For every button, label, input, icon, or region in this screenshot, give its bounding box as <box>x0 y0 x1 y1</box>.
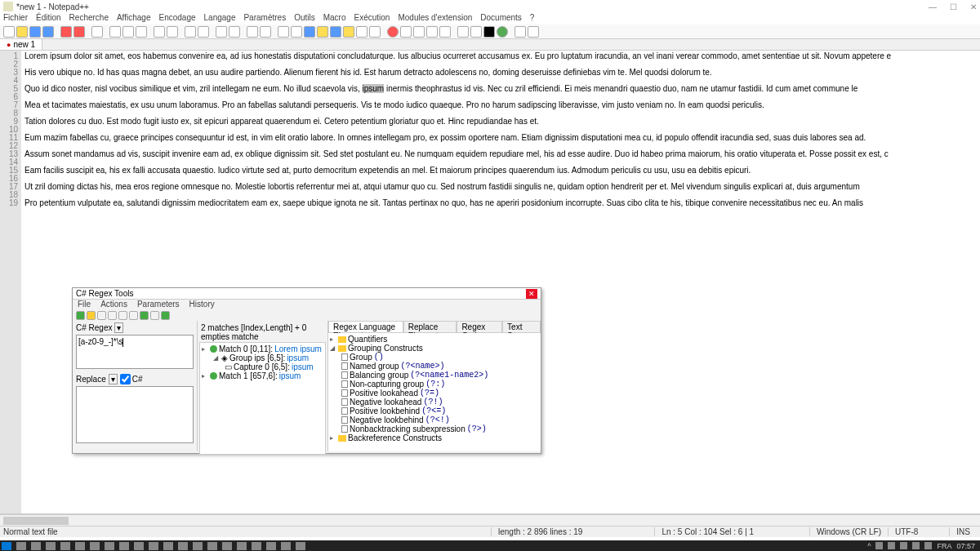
play-icon[interactable] <box>413 26 425 38</box>
menu-fichier[interactable]: Fichier <box>3 13 28 24</box>
search-icon[interactable] <box>185 26 196 38</box>
plugin6-icon[interactable] <box>528 26 539 38</box>
maximize-button[interactable]: ☐ <box>950 2 957 11</box>
doc-map-icon[interactable] <box>356 26 368 38</box>
menu-execution[interactable]: Exécution <box>354 13 390 24</box>
close-button[interactable]: ✕ <box>970 2 977 11</box>
close-file-icon[interactable] <box>60 26 72 38</box>
stop-icon[interactable] <box>400 26 412 38</box>
tray-language[interactable]: FRA <box>937 542 951 550</box>
run-icon[interactable] <box>76 311 85 320</box>
open-file-icon[interactable] <box>16 26 28 38</box>
horizontal-scrollbar[interactable] <box>0 514 980 526</box>
dlg-menu-parameters[interactable]: Parameters <box>137 300 180 309</box>
tray-icon[interactable] <box>900 542 907 549</box>
task-icon[interactable] <box>163 542 173 550</box>
task-icon[interactable] <box>134 542 144 550</box>
copy-icon[interactable] <box>122 26 134 38</box>
refresh-icon[interactable] <box>87 311 96 320</box>
plugin5-icon[interactable] <box>514 26 526 38</box>
save-icon[interactable] <box>118 311 127 320</box>
tray-icon[interactable] <box>924 542 932 549</box>
cs-checkbox[interactable] <box>120 374 131 384</box>
show-symbol-icon[interactable] <box>260 26 271 38</box>
forward-icon[interactable] <box>140 311 149 320</box>
matches-tree[interactable]: ▸Match 0 [0,11]: Lorem ipsum ◢◈Group ips… <box>199 342 326 455</box>
plugin2-icon[interactable] <box>470 26 482 38</box>
indent-icon[interactable] <box>278 26 289 38</box>
menu-parametres[interactable]: Paramètres <box>243 13 286 24</box>
minimize-button[interactable]: — <box>929 2 937 11</box>
paste-icon[interactable] <box>108 311 117 320</box>
task-icon[interactable] <box>105 542 114 550</box>
tray-icon[interactable] <box>875 542 883 549</box>
plugin1-icon[interactable] <box>457 26 469 38</box>
play-multi-icon[interactable] <box>426 26 438 38</box>
task-icon[interactable] <box>119 542 129 550</box>
regex-textbox[interactable]: [a-z0-9_-]*\s <box>76 335 194 369</box>
task-icon[interactable] <box>16 542 26 550</box>
language-tree[interactable]: ▸Quantifiers ◢Grouping Constructs Group … <box>328 333 541 451</box>
uncomment-icon[interactable] <box>317 26 328 38</box>
plugin3-icon[interactable] <box>483 26 495 38</box>
task-icon[interactable] <box>149 542 158 550</box>
tab-replace-elements[interactable]: Replace Elements <box>403 321 457 332</box>
tab-text-source[interactable]: Text Source <box>502 321 541 332</box>
tab-new1[interactable]: ● new 1 <box>0 39 42 50</box>
menu-recherche[interactable]: Recherche <box>69 13 109 24</box>
tray-icon[interactable] <box>888 542 895 549</box>
folder-icon[interactable] <box>343 26 354 38</box>
menu-macro[interactable]: Macro <box>323 13 346 24</box>
task-icon[interactable] <box>252 542 261 550</box>
menu-langage[interactable]: Langage <box>204 13 236 24</box>
start-button[interactable] <box>2 542 11 550</box>
save-icon[interactable] <box>29 26 41 38</box>
task-icon[interactable] <box>296 542 305 550</box>
menu-outils[interactable]: Outils <box>294 13 315 24</box>
task-icon[interactable] <box>237 542 247 550</box>
undo-icon[interactable] <box>154 26 165 38</box>
replace-icon[interactable] <box>198 26 209 38</box>
outdent-icon[interactable] <box>291 26 302 38</box>
menu-encodage[interactable]: Encodage <box>158 13 195 24</box>
wordwrap-icon[interactable] <box>247 26 258 38</box>
new-file-icon[interactable] <box>3 26 15 38</box>
tab-language-elements[interactable]: Regex Language Elements <box>328 321 403 332</box>
task-icon[interactable] <box>193 542 203 550</box>
task-icon[interactable] <box>281 542 291 550</box>
copy-icon[interactable] <box>97 311 106 320</box>
task-icon[interactable] <box>178 542 188 550</box>
redo-icon[interactable] <box>167 26 178 38</box>
close-all-icon[interactable] <box>74 26 85 38</box>
menu-affichage[interactable]: Affichage <box>117 13 151 24</box>
tab-regex-options[interactable]: Regex Options <box>457 321 502 332</box>
task-icon[interactable] <box>75 542 85 550</box>
task-icon[interactable] <box>60 542 70 550</box>
save-macro-icon[interactable] <box>439 26 451 38</box>
tray-up-icon[interactable]: ^ <box>867 542 871 550</box>
cut-icon[interactable] <box>109 26 121 38</box>
task-icon[interactable] <box>222 542 232 550</box>
replace-textbox[interactable] <box>76 386 194 443</box>
menu-documents[interactable]: Documents <box>480 13 522 24</box>
plugin4-icon[interactable] <box>497 26 508 38</box>
monitor-icon[interactable] <box>369 26 381 38</box>
paste-icon[interactable] <box>136 26 147 38</box>
record-icon[interactable] <box>387 26 399 38</box>
task-icon[interactable] <box>46 542 56 550</box>
task-icon[interactable] <box>90 542 100 550</box>
dlg-menu-actions[interactable]: Actions <box>100 300 127 309</box>
regex-mode-dropdown[interactable]: ▾ <box>114 322 123 333</box>
menu-edition[interactable]: Édition <box>36 13 61 24</box>
tray-icon[interactable] <box>912 542 920 549</box>
menu-modules[interactable]: Modules d'extension <box>398 13 472 24</box>
comment-icon[interactable] <box>304 26 315 38</box>
dlg-menu-history[interactable]: History <box>189 300 215 309</box>
dialog-titlebar[interactable]: C# Regex Tools ✕ <box>73 288 541 300</box>
menu-help[interactable]: ? <box>530 13 535 24</box>
replace-mode-dropdown[interactable]: ▾ <box>109 374 118 384</box>
task-icon[interactable] <box>207 542 217 550</box>
replay-icon[interactable] <box>161 311 170 320</box>
task-icon[interactable] <box>31 542 41 550</box>
save-all-icon[interactable] <box>42 26 54 38</box>
